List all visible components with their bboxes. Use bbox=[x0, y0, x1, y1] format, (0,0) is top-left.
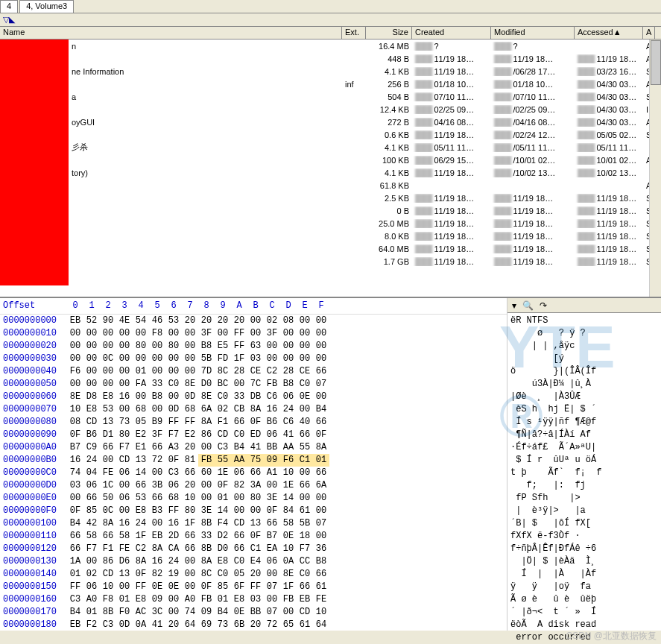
hex-byte[interactable]: 40 bbox=[297, 416, 313, 429]
col-attr[interactable]: A bbox=[643, 27, 655, 39]
hex-byte[interactable]: 66 bbox=[100, 441, 116, 454]
hex-byte[interactable]: 8B bbox=[198, 517, 215, 530]
hex-byte[interactable]: 00 bbox=[280, 606, 297, 619]
hex-byte[interactable]: 66 bbox=[182, 467, 198, 479]
hex-byte[interactable]: 00 bbox=[116, 327, 133, 340]
hex-byte[interactable]: 55 bbox=[297, 441, 313, 454]
hex-byte[interactable]: 00 bbox=[215, 327, 231, 340]
hex-byte[interactable]: E2 bbox=[133, 429, 149, 441]
hex-byte[interactable]: 7D bbox=[198, 365, 215, 378]
hex-byte[interactable]: 09 bbox=[198, 606, 215, 619]
hex-byte[interactable]: F6 bbox=[67, 365, 83, 378]
hex-byte[interactable]: 00 bbox=[264, 568, 280, 581]
hex-byte[interactable]: B8 bbox=[149, 391, 165, 403]
hex-byte[interactable]: 74 bbox=[67, 467, 83, 479]
hex-byte[interactable]: 05 bbox=[133, 416, 149, 429]
hex-row[interactable]: 000000007010E8530068000D686A02CB8A162400… bbox=[0, 403, 507, 416]
hex-byte[interactable]: 00 bbox=[313, 391, 329, 403]
hex-byte[interactable]: 8E bbox=[198, 391, 215, 403]
hex-byte[interactable]: 33 bbox=[198, 530, 215, 543]
hex-byte[interactable]: CE bbox=[297, 365, 313, 378]
table-row[interactable]: 25.0 MB███11/19 18…███11/19 18…███11/19 … bbox=[0, 217, 661, 230]
hex-byte[interactable]: EB bbox=[149, 530, 165, 543]
hex-byte[interactable]: 0E bbox=[280, 530, 297, 543]
hex-byte[interactable]: E4 bbox=[247, 555, 264, 568]
hex-byte[interactable]: CD bbox=[297, 606, 313, 619]
table-row[interactable]: n16.4 MB███?███?A bbox=[0, 40, 661, 52]
hex-byte[interactable]: 8B bbox=[198, 543, 215, 555]
hex-byte[interactable]: 28 bbox=[280, 365, 297, 378]
hex-byte[interactable]: 0C bbox=[100, 353, 116, 365]
hex-byte[interactable]: EB bbox=[67, 315, 83, 327]
hex-row[interactable]: 00000000100000000000F800003F00FF003F0000… bbox=[0, 327, 507, 340]
tool-icon[interactable]: ↷ bbox=[540, 300, 547, 311]
hex-byte[interactable]: ED bbox=[247, 429, 264, 441]
hex-byte[interactable]: 69 bbox=[198, 619, 215, 631]
hex-byte[interactable]: F1 bbox=[215, 416, 231, 429]
hex-byte[interactable]: 64 bbox=[182, 619, 198, 631]
hex-byte[interactable]: 00 bbox=[313, 315, 329, 327]
table-row[interactable]: 8.0 KB███11/19 18…███11/19 18…███11/19 1… bbox=[0, 230, 661, 242]
hex-byte[interactable]: 00 bbox=[297, 327, 313, 340]
hex-byte[interactable]: 20 bbox=[182, 315, 198, 327]
hex-byte[interactable]: 00 bbox=[313, 530, 329, 543]
hex-byte[interactable]: 00 bbox=[67, 378, 83, 391]
hex-byte[interactable]: 82 bbox=[149, 568, 165, 581]
hex-byte[interactable]: CD bbox=[83, 416, 100, 429]
hex-byte[interactable]: 20 bbox=[182, 441, 198, 454]
hex-row[interactable]: 00000000C07404FE061400C366601E0666A11000… bbox=[0, 467, 507, 479]
hex-byte[interactable]: 8A bbox=[198, 416, 215, 429]
hex-byte[interactable]: 66 bbox=[313, 416, 329, 429]
hex-byte[interactable]: 00 bbox=[198, 479, 215, 492]
hex-byte[interactable]: 3E bbox=[198, 505, 215, 517]
hex-byte[interactable]: B7 bbox=[264, 530, 280, 543]
hex-byte[interactable]: 01 bbox=[313, 454, 329, 467]
hex-byte[interactable]: F8 bbox=[100, 593, 116, 606]
hex-row[interactable]: 0000000180EBF2C30D0A41206469736B20726561… bbox=[0, 619, 507, 631]
hex-byte[interactable]: 00 bbox=[83, 365, 100, 378]
hex-byte[interactable]: 00 bbox=[247, 315, 264, 327]
hex-byte[interactable]: 00 bbox=[165, 593, 182, 606]
hex-byte[interactable]: 07 bbox=[313, 517, 329, 530]
hex-byte[interactable]: 06 bbox=[83, 581, 100, 593]
hex-byte[interactable]: 00 bbox=[100, 327, 116, 340]
hex-byte[interactable]: 00 bbox=[149, 353, 165, 365]
hex-byte[interactable]: D6 bbox=[116, 555, 133, 568]
hex-byte[interactable]: 00 bbox=[116, 479, 133, 492]
hex-byte[interactable]: B4 bbox=[215, 606, 231, 619]
hex-byte[interactable]: 0F bbox=[165, 454, 182, 467]
hex-row[interactable]: 0000000110665866581FEB2D6633D2660FB70E18… bbox=[0, 530, 507, 543]
hex-byte[interactable]: 06 bbox=[165, 479, 182, 492]
hex-byte[interactable]: B6 bbox=[264, 416, 280, 429]
hex-byte[interactable]: 0F bbox=[133, 568, 149, 581]
hex-row[interactable]: 00000000608ED8E81600B8000D8EC033DBC6060E… bbox=[0, 391, 507, 403]
hex-byte[interactable]: 20 bbox=[198, 315, 215, 327]
hex-byte[interactable]: C3 bbox=[100, 619, 116, 631]
hex-byte[interactable]: 68 bbox=[182, 403, 198, 416]
hex-byte[interactable]: 8A bbox=[133, 555, 149, 568]
hex-byte[interactable]: 00 bbox=[149, 340, 165, 353]
hex-byte[interactable]: 10 bbox=[280, 543, 297, 555]
hex-byte[interactable]: 33 bbox=[149, 378, 165, 391]
hex-byte[interactable]: 66 bbox=[149, 441, 165, 454]
hex-byte[interactable]: 00 bbox=[182, 340, 198, 353]
hex-row[interactable]: 0000000040F6000000010000007D8C28CEC228CE… bbox=[0, 365, 507, 378]
hex-byte[interactable]: 00 bbox=[83, 327, 100, 340]
hex-byte[interactable]: FF bbox=[133, 581, 149, 593]
hex-byte[interactable]: B8 bbox=[313, 555, 329, 568]
hex-byte[interactable]: 86 bbox=[198, 429, 215, 441]
hex-byte[interactable]: 0F bbox=[264, 505, 280, 517]
hex-byte[interactable]: 00 bbox=[83, 353, 100, 365]
hex-byte[interactable]: DB bbox=[247, 391, 264, 403]
hex-byte[interactable]: 00 bbox=[231, 505, 247, 517]
hex-byte[interactable]: 24 bbox=[133, 517, 149, 530]
hex-byte[interactable]: 0F bbox=[67, 505, 83, 517]
hex-byte[interactable]: 0D bbox=[165, 403, 182, 416]
hex-byte[interactable]: 24 bbox=[280, 403, 297, 416]
hex-byte[interactable]: 85 bbox=[215, 581, 231, 593]
hex-row[interactable]: 00000001301A0086D68A1624008AE8C0E4060ACC… bbox=[0, 555, 507, 568]
hex-byte[interactable]: 13 bbox=[100, 416, 116, 429]
hex-byte[interactable]: 2D bbox=[165, 530, 182, 543]
hex-byte[interactable]: 0F bbox=[198, 581, 215, 593]
hex-byte[interactable]: 8A bbox=[100, 517, 116, 530]
